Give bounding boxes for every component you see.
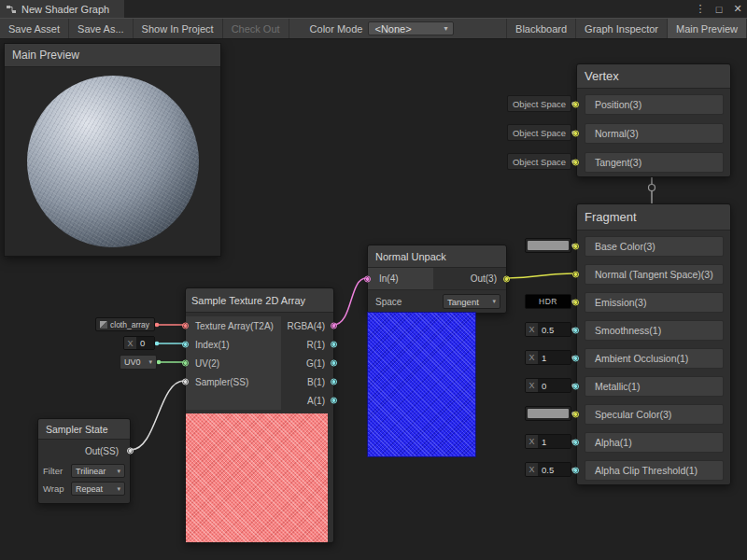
graph-inspector-toggle-button[interactable]: Graph Inspector bbox=[576, 19, 668, 38]
close-icon[interactable]: ✕ bbox=[728, 0, 747, 18]
normal-space-dropdown[interactable]: Object Space bbox=[507, 124, 571, 141]
fragment-row-specular-color[interactable]: Specular Color(3) bbox=[585, 404, 724, 425]
normal-unpack-title: Normal Unpack bbox=[368, 245, 506, 268]
unpack-output-out[interactable]: Out(3) bbox=[433, 268, 506, 289]
position-space-dropdown[interactable]: Object Space bbox=[507, 95, 571, 112]
window-tab[interactable]: New Shader Graph bbox=[0, 0, 124, 18]
uv-channel-dropdown[interactable]: UV0 ▾ bbox=[120, 355, 157, 370]
base-color-swatch[interactable] bbox=[525, 238, 571, 253]
output-r[interactable]: R(1) bbox=[281, 335, 333, 354]
sample-texture-2d-array-node[interactable]: Sample Texture 2D Array Texture Array(T2… bbox=[185, 287, 334, 543]
hdr-label: HDR bbox=[539, 297, 557, 306]
main-preview-panel[interactable]: Main Preview bbox=[4, 43, 221, 257]
input-uv[interactable]: UV(2) bbox=[186, 354, 281, 372]
unpack-input-in[interactable]: In(4) bbox=[368, 268, 433, 289]
alpha-port[interactable] bbox=[572, 440, 579, 446]
fragment-block-rows: Base Color(3) Normal (Tangent Space)(3) … bbox=[577, 231, 730, 486]
out-ss-port[interactable] bbox=[127, 448, 134, 455]
wrap-dropdown[interactable]: Repeat ▾ bbox=[71, 482, 125, 496]
fragment-row-alpha-clip[interactable]: Alpha Clip Threshold(1) bbox=[585, 460, 724, 481]
texture-array-port[interactable] bbox=[182, 323, 189, 329]
b-port[interactable] bbox=[331, 379, 337, 385]
fragment-row-alpha[interactable]: Alpha(1) bbox=[585, 432, 724, 453]
in-port[interactable] bbox=[364, 275, 371, 282]
space-dropdown[interactable]: Tangent ▾ bbox=[443, 294, 500, 309]
fragment-row-normal[interactable]: Normal (Tangent Space)(3) bbox=[585, 264, 724, 285]
alpha-field[interactable]: X1 bbox=[525, 434, 571, 449]
vertex-row-normal[interactable]: Normal(3) bbox=[585, 123, 724, 144]
graph-canvas[interactable]: Main Preview Vertex Position(3) Normal(3… bbox=[0, 39, 747, 560]
maximize-icon[interactable]: □ bbox=[710, 0, 728, 18]
normal-unpack-node[interactable]: Normal Unpack In(4) Out(3) Space Tangent… bbox=[367, 245, 507, 314]
position-port[interactable] bbox=[572, 102, 579, 108]
save-as-button[interactable]: Save As... bbox=[69, 19, 134, 38]
sampler-port[interactable] bbox=[182, 379, 189, 385]
main-preview-toggle-button[interactable]: Main Preview bbox=[668, 19, 747, 38]
specular-color-swatch[interactable] bbox=[525, 406, 571, 421]
input-texture-array[interactable]: Texture Array(T2A) bbox=[186, 316, 281, 335]
normal-port[interactable] bbox=[572, 131, 579, 137]
vertex-row-position[interactable]: Position(3) bbox=[585, 94, 724, 115]
ambient-occlusion-value[interactable]: 1 bbox=[538, 351, 571, 364]
vertex-node[interactable]: Vertex Position(3) Normal(3) Tangent(3) bbox=[576, 63, 731, 177]
out-port[interactable] bbox=[503, 275, 510, 282]
alpha-clip-value[interactable]: 0.5 bbox=[538, 463, 571, 476]
index-value[interactable]: 0 bbox=[136, 337, 154, 349]
metallic-value[interactable]: 0 bbox=[538, 379, 571, 392]
sampler-state-node[interactable]: Sampler State Out(SS) Filter Trilinear ▾… bbox=[37, 418, 131, 504]
texture-array-object-field[interactable]: cloth_array bbox=[95, 317, 155, 331]
normal-tangent-port[interactable] bbox=[572, 272, 579, 278]
blackboard-toggle-button[interactable]: Blackboard bbox=[506, 19, 576, 38]
uv-port[interactable] bbox=[182, 360, 189, 367]
fragment-node-title: Fragment bbox=[577, 204, 730, 231]
r-port[interactable] bbox=[331, 342, 337, 348]
smoothness-port[interactable] bbox=[572, 328, 579, 334]
output-b[interactable]: B(1) bbox=[281, 372, 333, 391]
metallic-field[interactable]: X0 bbox=[525, 378, 571, 393]
filter-dropdown[interactable]: Trilinear ▾ bbox=[71, 464, 125, 478]
smoothness-value[interactable]: 0.5 bbox=[538, 323, 571, 336]
main-preview-panel-title[interactable]: Main Preview bbox=[5, 44, 220, 67]
output-a[interactable]: A(1) bbox=[281, 391, 333, 410]
emission-port[interactable] bbox=[572, 300, 579, 306]
output-label: G(1) bbox=[306, 358, 325, 369]
fragment-row-ambient-occlusion[interactable]: Ambient Occlusion(1) bbox=[585, 348, 724, 369]
edge-samplerstate-to-sampler[interactable] bbox=[131, 381, 184, 450]
fragment-row-smoothness[interactable]: Smoothness(1) bbox=[585, 320, 724, 341]
window-menu-icon[interactable]: ⋮ bbox=[691, 0, 710, 18]
a-port[interactable] bbox=[331, 398, 337, 404]
output-g[interactable]: G(1) bbox=[281, 354, 333, 372]
index-field[interactable]: X0 bbox=[123, 336, 155, 350]
save-asset-button[interactable]: Save Asset bbox=[0, 19, 69, 38]
color-mode-dropdown[interactable]: <None> ▾ bbox=[368, 21, 454, 35]
base-color-port[interactable] bbox=[572, 244, 579, 250]
x-label: X bbox=[526, 323, 538, 336]
fragment-node[interactable]: Fragment Base Color(3) Normal (Tangent S… bbox=[576, 203, 731, 485]
alpha-clip-port[interactable] bbox=[572, 468, 579, 474]
emission-hdr-field[interactable]: HDR bbox=[525, 294, 571, 309]
tangent-space-dropdown[interactable]: Object Space bbox=[507, 153, 571, 170]
output-rgba[interactable]: RGBA(4) bbox=[281, 316, 333, 335]
edge-out-to-normal[interactable] bbox=[507, 273, 572, 278]
show-in-project-button[interactable]: Show In Project bbox=[134, 19, 223, 38]
fragment-row-metallic[interactable]: Metallic(1) bbox=[585, 376, 724, 397]
sampler-output-row[interactable]: Out(SS) bbox=[38, 440, 130, 462]
unpack-space-row: Space Tangent ▾ bbox=[368, 290, 506, 313]
metallic-port[interactable] bbox=[572, 384, 579, 390]
fragment-row-base-color[interactable]: Base Color(3) bbox=[585, 236, 724, 257]
input-sampler[interactable]: Sampler(SS) bbox=[186, 372, 281, 391]
alpha-value[interactable]: 1 bbox=[538, 435, 571, 448]
index-port[interactable] bbox=[182, 342, 189, 348]
ambient-occlusion-port[interactable] bbox=[572, 356, 579, 362]
g-port[interactable] bbox=[331, 360, 337, 367]
alpha-clip-field[interactable]: X0.5 bbox=[525, 462, 571, 477]
rgba-port[interactable] bbox=[331, 323, 337, 329]
smoothness-field[interactable]: X0.5 bbox=[525, 322, 571, 337]
tangent-port[interactable] bbox=[572, 160, 579, 166]
vertex-row-tangent[interactable]: Tangent(3) bbox=[585, 152, 724, 173]
edge-rgba-to-in[interactable] bbox=[333, 278, 366, 325]
fragment-row-emission[interactable]: Emission(3) bbox=[585, 292, 724, 313]
ambient-occlusion-field[interactable]: X1 bbox=[525, 350, 571, 365]
specular-color-port[interactable] bbox=[572, 412, 579, 418]
input-index[interactable]: Index(1) bbox=[186, 335, 281, 354]
